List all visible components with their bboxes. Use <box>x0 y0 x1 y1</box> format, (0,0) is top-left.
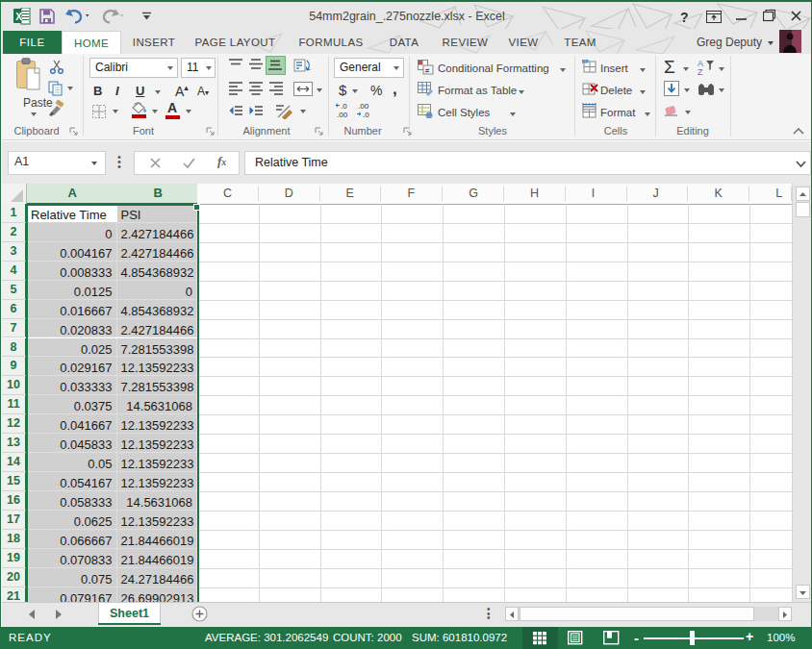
svg-text:.00: .00 <box>337 111 348 119</box>
svg-text:.00: .00 <box>358 102 369 111</box>
svg-text:Z: Z <box>698 67 703 76</box>
svg-text:.0: .0 <box>363 111 369 119</box>
svg-text:.0: .0 <box>341 102 347 111</box>
svg-text:≠: ≠ <box>425 66 430 75</box>
